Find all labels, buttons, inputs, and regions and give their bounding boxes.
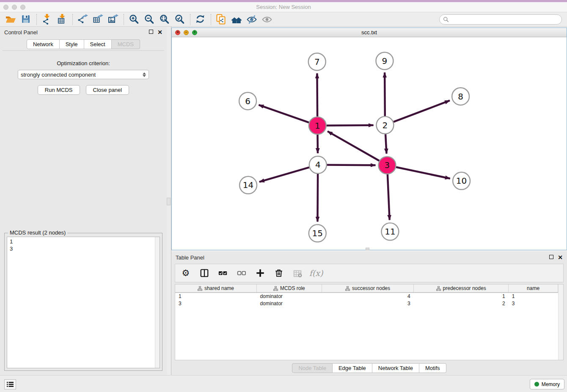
edge-4-3[interactable] xyxy=(327,165,376,166)
network-view-window: ✕ − + scc.txt 7968124314101511 xyxy=(171,28,567,250)
graph-node-1[interactable]: 1 xyxy=(309,117,326,134)
import-network-button[interactable] xyxy=(39,13,55,26)
column-header-MCDS-role[interactable]: MCDS role xyxy=(256,284,322,293)
home-icon xyxy=(231,14,242,25)
column-header-predecessor-nodes[interactable]: predecessor nodes xyxy=(414,284,509,293)
delete-button[interactable] xyxy=(272,267,285,279)
table-cell[interactable]: 3 xyxy=(509,300,558,307)
edge-1-7[interactable] xyxy=(317,73,317,116)
table-cell[interactable]: 1 xyxy=(175,293,256,300)
tab-select[interactable]: Select xyxy=(84,39,112,49)
memory-button[interactable]: Memory xyxy=(530,379,564,389)
zoom-in-button[interactable] xyxy=(127,13,142,26)
import-table-button[interactable] xyxy=(55,13,70,26)
tab-network[interactable]: Network xyxy=(27,39,60,49)
graph-node-9[interactable]: 9 xyxy=(376,52,393,69)
close-panel-button[interactable]: Close panel xyxy=(86,85,129,95)
graph-node-3[interactable]: 3 xyxy=(378,157,396,174)
export-table-button[interactable] xyxy=(91,13,106,26)
close-table-panel-icon[interactable]: ✕ xyxy=(558,254,563,260)
save-icon xyxy=(21,14,32,25)
table-cell[interactable]: 1 xyxy=(414,293,509,300)
edge-1-6[interactable] xyxy=(259,105,309,123)
graph-node-6[interactable]: 6 xyxy=(239,92,256,110)
close-panel-icon[interactable]: ✕ xyxy=(157,29,162,35)
column-header-successor-nodes[interactable]: successor nodes xyxy=(322,284,413,293)
show-panels-list-button[interactable] xyxy=(4,379,16,389)
run-mcds-button[interactable]: Run MCDS xyxy=(38,85,80,95)
search-box[interactable] xyxy=(439,14,562,25)
mcds-result-area[interactable]: 1 3 xyxy=(7,237,160,368)
tab-node-table[interactable]: Node Table xyxy=(292,363,333,373)
tab-motifs[interactable]: Motifs xyxy=(419,363,446,373)
refresh-button[interactable] xyxy=(193,13,208,26)
column-header-name[interactable]: name xyxy=(509,284,558,293)
columns-button[interactable] xyxy=(198,267,211,279)
edge-4-14[interactable] xyxy=(259,167,309,182)
network-canvas[interactable]: 7968124314101511 xyxy=(172,37,567,250)
edge-3-11[interactable] xyxy=(388,174,390,220)
tab-network-table[interactable]: Network Table xyxy=(372,363,419,373)
application-window: Session: New Session Control Panel ✕ Net… xyxy=(0,0,567,392)
home-button[interactable] xyxy=(229,13,244,26)
hide-eye-button[interactable] xyxy=(244,13,259,26)
clone-network-button[interactable] xyxy=(214,13,229,26)
table-row[interactable]: 3dominator323 xyxy=(175,300,558,307)
edge-4-15[interactable] xyxy=(317,174,318,222)
deselect-all-button[interactable] xyxy=(235,267,248,279)
delete-table-button[interactable] xyxy=(291,267,304,279)
graph-node-11[interactable]: 11 xyxy=(381,223,399,240)
float-panel-icon[interactable] xyxy=(149,30,153,35)
tab-style[interactable]: Style xyxy=(60,39,84,49)
table-cell[interactable]: 3 xyxy=(175,300,256,307)
network-window-titlebar[interactable]: ✕ − + scc.txt xyxy=(172,28,567,37)
gear-button[interactable]: ⚙ xyxy=(179,267,192,279)
tab-mcds[interactable]: MCDS xyxy=(112,39,140,49)
network-window-resize-handle[interactable] xyxy=(366,248,369,250)
graph-node-4[interactable]: 4 xyxy=(309,156,327,174)
memory-status-icon xyxy=(534,382,539,386)
show-eye-button[interactable] xyxy=(259,13,275,26)
export-network-button[interactable] xyxy=(75,13,91,26)
network-graph[interactable]: 7968124314101511 xyxy=(172,37,567,250)
graph-node-14[interactable]: 14 xyxy=(239,177,257,194)
vertical-splitter-handle[interactable] xyxy=(167,198,171,205)
zoom-selected-button[interactable] xyxy=(172,13,187,26)
zoom-out-button[interactable] xyxy=(142,13,157,26)
import-table-icon xyxy=(57,14,68,25)
tab-edge-table[interactable]: Edge Table xyxy=(333,363,372,373)
table-cell[interactable]: 1 xyxy=(509,293,558,300)
edge-3-10[interactable] xyxy=(396,167,450,179)
add-button[interactable] xyxy=(254,267,267,279)
save-button[interactable] xyxy=(19,13,34,26)
column-header-shared-name[interactable]: shared name xyxy=(175,284,256,293)
criterion-select[interactable]: strongly connected component xyxy=(18,70,149,79)
table-cell[interactable]: 4 xyxy=(322,293,413,300)
graph-node-15[interactable]: 15 xyxy=(309,225,326,242)
table-scrollbar[interactable] xyxy=(558,284,563,360)
search-input[interactable] xyxy=(451,17,561,22)
edge-3-1[interactable] xyxy=(328,131,379,161)
graph-node-10[interactable]: 10 xyxy=(453,172,470,190)
float-table-panel-icon[interactable] xyxy=(549,255,553,260)
svg-text:3: 3 xyxy=(385,160,390,170)
graph-node-7[interactable]: 7 xyxy=(308,53,326,70)
edge-2-9[interactable] xyxy=(385,72,385,116)
table-row[interactable]: 1dominator411 xyxy=(175,293,558,300)
open-folder-button[interactable] xyxy=(3,13,19,26)
table-cell[interactable]: 3 xyxy=(322,300,413,307)
zoom-fit-button[interactable] xyxy=(157,13,172,26)
table-cell[interactable]: 2 xyxy=(414,300,509,307)
toolbar-separator xyxy=(211,14,211,25)
graph-node-2[interactable]: 2 xyxy=(376,116,394,134)
function-button[interactable]: f(x) xyxy=(310,267,322,279)
table-cell[interactable]: dominator xyxy=(256,300,322,307)
select-all-button[interactable] xyxy=(217,267,229,279)
edge-1-2[interactable] xyxy=(327,125,374,126)
edge-2-3[interactable] xyxy=(385,134,386,154)
graph-node-8[interactable]: 8 xyxy=(452,88,469,105)
table-cell[interactable]: dominator xyxy=(256,293,322,300)
export-image-button[interactable] xyxy=(106,13,121,26)
mcds-result-scrollbar[interactable] xyxy=(155,237,160,368)
edge-2-8[interactable] xyxy=(394,100,450,121)
